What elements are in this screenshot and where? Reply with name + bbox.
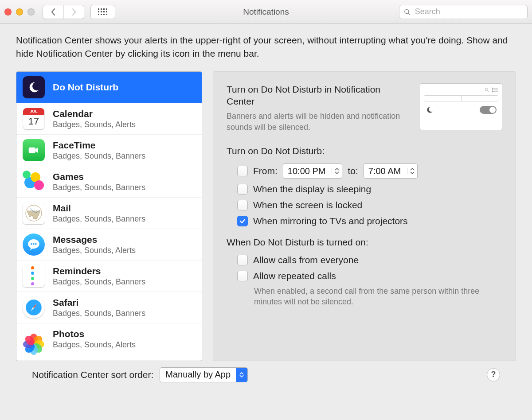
checkbox-allow-everyone[interactable] bbox=[237, 255, 248, 265]
app-list: Do Not Disturb JUL 17 Calendar Badges, S… bbox=[16, 71, 202, 361]
from-label: From: bbox=[253, 166, 278, 176]
option-label: When the screen is locked bbox=[253, 200, 362, 210]
option-allow-repeated: Allow repeated calls bbox=[227, 268, 502, 284]
calendar-icon: JUL 17 bbox=[23, 108, 45, 130]
switch-icon bbox=[480, 106, 497, 114]
check-icon bbox=[239, 218, 246, 224]
sidebar-item-calendar[interactable]: JUL 17 Calendar Badges, Sounds, Alerts bbox=[16, 103, 202, 135]
moon-icon bbox=[426, 106, 434, 114]
detail-subtitle: Banners and alerts will be hidden and no… bbox=[227, 111, 404, 132]
sidebar-item-label: Messages bbox=[53, 234, 136, 245]
sort-order-label: Notification Center sort order: bbox=[32, 369, 153, 380]
list-icon bbox=[492, 87, 498, 93]
calendar-icon-day: 17 bbox=[23, 115, 44, 129]
grid-icon bbox=[98, 8, 108, 16]
sidebar-item-label: Mail bbox=[53, 202, 145, 214]
close-window-button[interactable] bbox=[4, 8, 12, 16]
show-all-prefs-button[interactable] bbox=[90, 5, 115, 19]
window-title: Notifications bbox=[243, 7, 289, 17]
to-time-field[interactable]: 7:00 AM bbox=[364, 163, 418, 179]
sidebar-item-messages[interactable]: Messages Badges, Sounds, Alerts bbox=[16, 229, 202, 261]
sidebar-item-label: Do Not Disturb bbox=[53, 82, 118, 93]
svg-point-28 bbox=[492, 89, 493, 90]
back-forward-group bbox=[43, 5, 84, 19]
svg-rect-14 bbox=[29, 148, 35, 153]
option-allow-everyone: Allow calls from everyone bbox=[227, 252, 502, 268]
sidebar-item-sublabel: Badges, Sounds, Banners bbox=[53, 277, 145, 287]
svg-rect-5 bbox=[101, 11, 102, 12]
sidebar-item-safari[interactable]: Safari Badges, Sounds, Banners bbox=[16, 292, 202, 323]
sidebar-item-sublabel: Badges, Sounds, Alerts bbox=[53, 120, 136, 130]
help-icon: ? bbox=[491, 370, 496, 379]
option-label: Allow calls from everyone bbox=[253, 255, 359, 265]
content: Notification Center shows your alerts in… bbox=[0, 24, 532, 389]
sidebar-item-mail[interactable]: Mail Badges, Sounds, Banners bbox=[16, 198, 202, 229]
chevron-up-icon bbox=[335, 168, 339, 171]
svg-rect-11 bbox=[106, 14, 107, 15]
svg-rect-6 bbox=[103, 11, 105, 12]
messages-icon bbox=[23, 233, 45, 256]
svg-rect-4 bbox=[98, 11, 99, 12]
svg-point-19 bbox=[35, 243, 37, 245]
svg-point-18 bbox=[33, 243, 35, 245]
photos-icon bbox=[23, 328, 45, 350]
forward-button-disabled bbox=[63, 5, 84, 19]
app-list-scroll[interactable]: Do Not Disturb JUL 17 Calendar Badges, S… bbox=[16, 72, 202, 361]
sidebar-item-reminders[interactable]: Reminders Badges, Sounds, Banners bbox=[16, 261, 202, 292]
sidebar-item-sublabel: Badges, Sounds, Alerts bbox=[53, 340, 136, 350]
svg-rect-8 bbox=[98, 14, 99, 15]
from-time-value: 10:00 PM bbox=[288, 166, 326, 176]
time-stepper[interactable] bbox=[332, 168, 339, 174]
panes: Do Not Disturb JUL 17 Calendar Badges, S… bbox=[16, 71, 516, 361]
safari-icon bbox=[23, 296, 45, 319]
sidebar-item-photos[interactable]: Photos Badges, Sounds, Alerts bbox=[16, 323, 202, 354]
chevron-down-icon bbox=[410, 171, 415, 174]
checkbox-locked[interactable] bbox=[237, 200, 248, 210]
bottom-bar: Notification Center sort order: Manually… bbox=[16, 361, 516, 382]
detail-header: Turn on Do Not Disturb in Notification C… bbox=[227, 83, 502, 132]
zoom-window-button-disabled bbox=[27, 8, 35, 16]
option-repeated-hint: When enabled, a second call from the sam… bbox=[254, 286, 502, 307]
sidebar-item-label: Reminders bbox=[53, 265, 145, 277]
option-from-to: From: 10:00 PM to: 7:00 AM bbox=[227, 161, 502, 181]
svg-point-27 bbox=[492, 88, 493, 89]
option-screen-locked: When the screen is locked bbox=[227, 197, 502, 213]
minimize-window-button[interactable] bbox=[16, 8, 23, 16]
svg-rect-2 bbox=[103, 8, 105, 10]
search-icon bbox=[404, 8, 411, 16]
titlebar: Notifications bbox=[0, 0, 532, 24]
help-button[interactable]: ? bbox=[487, 368, 500, 381]
checkbox-allow-repeated[interactable] bbox=[237, 271, 248, 281]
option-label: When the display is sleeping bbox=[253, 184, 371, 194]
pane-description: Notification Center shows your alerts in… bbox=[16, 34, 516, 61]
sidebar-item-facetime[interactable]: FaceTime Badges, Sounds, Banners bbox=[16, 135, 202, 166]
svg-rect-7 bbox=[106, 11, 107, 12]
svg-rect-10 bbox=[103, 14, 105, 15]
sort-order-select[interactable]: Manually by App bbox=[160, 367, 248, 382]
time-stepper[interactable] bbox=[407, 168, 415, 174]
sidebar-item-label: Photos bbox=[53, 328, 136, 340]
dnd-illustration bbox=[420, 83, 502, 130]
checkbox-mirroring[interactable] bbox=[237, 216, 248, 226]
detail-title: Turn on Do Not Disturb in Notification C… bbox=[227, 83, 404, 108]
sidebar-item-games[interactable]: Games Badges, Sounds, Banners bbox=[16, 166, 202, 198]
checkbox-from[interactable] bbox=[237, 166, 248, 176]
search-field[interactable] bbox=[399, 5, 528, 19]
checkbox-sleeping[interactable] bbox=[237, 184, 248, 194]
to-label: to: bbox=[348, 166, 358, 176]
svg-point-29 bbox=[492, 91, 493, 92]
sidebar-item-label: Games bbox=[53, 171, 145, 183]
svg-rect-0 bbox=[98, 8, 99, 10]
from-time-field[interactable]: 10:00 PM bbox=[283, 163, 343, 179]
sidebar-item-sublabel: Badges, Sounds, Banners bbox=[53, 214, 145, 224]
search-input[interactable] bbox=[414, 7, 523, 17]
search-icon bbox=[484, 87, 489, 93]
back-button[interactable] bbox=[43, 5, 63, 19]
option-label: When mirroring to TVs and projectors bbox=[253, 216, 408, 226]
reminders-icon bbox=[23, 265, 45, 287]
sidebar-item-sublabel: Badges, Sounds, Banners bbox=[53, 183, 145, 193]
facetime-icon bbox=[23, 139, 45, 161]
sidebar-item-do-not-disturb[interactable]: Do Not Disturb bbox=[16, 72, 202, 103]
sort-order-value: Manually by App bbox=[160, 369, 236, 380]
svg-line-13 bbox=[408, 13, 410, 15]
